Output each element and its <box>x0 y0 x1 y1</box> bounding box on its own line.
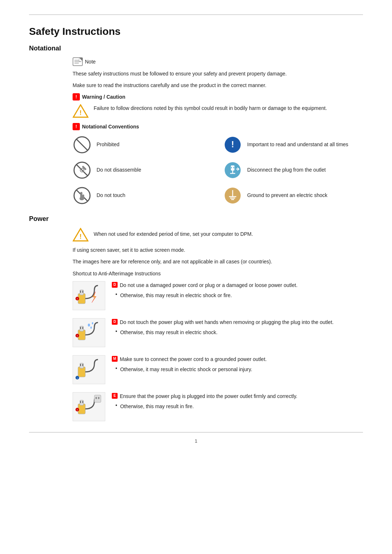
svg-text:!: ! <box>231 139 234 149</box>
page-number: 1 <box>29 438 363 444</box>
svg-text:!: ! <box>79 233 82 240</box>
power-item2-bullet: • Otherwise, this may result in electric… <box>115 328 363 336</box>
disconnect-icon <box>223 161 242 180</box>
notational-content: Note These safety instructions must be f… <box>73 57 363 205</box>
power-item-2: ! D Do not touch the power plug with wet… <box>73 318 363 347</box>
svg-line-13 <box>77 165 87 176</box>
ground-text: Ground to prevent an electric shock <box>247 192 327 199</box>
notational-para2: Make sure to read the instructions caref… <box>73 81 363 89</box>
svg-point-43 <box>92 322 93 324</box>
not-touch-text: Do not touch <box>97 192 125 199</box>
power-content: ! When not used for extended period of t… <box>73 228 363 421</box>
not-disassemble-text: Do not disassemble <box>97 166 141 174</box>
disconnect-text: Disconnect the plug from the outlet <box>247 166 326 174</box>
power-image-3: ↓ <box>73 355 105 384</box>
warning-text: Failure to follow directions noted by th… <box>94 104 327 112</box>
power-item4-bullet: • Otherwise, this may result in fire. <box>115 402 363 410</box>
top-border <box>29 15 363 15</box>
warning-caution-label: ! Warning / Caution <box>73 93 363 100</box>
svg-point-58 <box>95 397 97 399</box>
conventions-exclaim-icon: ! <box>73 123 80 130</box>
svg-text:!: ! <box>77 409 78 411</box>
power-para1: If using screen saver, set it to active … <box>73 246 363 254</box>
power-item-1-content: D Do not use a damaged power cord or plu… <box>112 281 363 300</box>
convention-ground: Ground to prevent an electric shock <box>223 186 363 205</box>
power-para2: The images here are for reference only, … <box>73 258 363 266</box>
power-item3-main: Make sure to connect the power cord to a… <box>120 355 267 363</box>
important-icon: ! <box>223 135 242 154</box>
note-svg-icon <box>73 57 83 66</box>
convention-not-disassemble: Do not disassemble <box>73 161 212 180</box>
power-item4-main: Ensure that the power plug is plugged in… <box>120 392 297 400</box>
bottom-border <box>29 432 363 432</box>
ground-icon <box>223 186 242 205</box>
svg-text:!: ! <box>77 335 78 337</box>
svg-rect-57 <box>94 395 101 402</box>
svg-line-9 <box>77 139 87 150</box>
power-item3-bullet: • Otherwise, it may result in electric s… <box>115 365 363 373</box>
power-item-3: ↓ M Make sure to connect the power cord … <box>73 355 363 384</box>
power-item-2-content: D Do not touch the power plug with wet h… <box>112 318 363 337</box>
power-title: Power <box>29 215 363 223</box>
power-warning-block: ! When not used for extended period of t… <box>73 228 363 242</box>
convention-disconnect: Disconnect the plug from the outlet <box>223 161 363 180</box>
power-item2-bullet-text: Otherwise, this may result in electric s… <box>120 328 217 336</box>
power-triangle-icon: ! <box>73 228 89 242</box>
power-item3-icon: M <box>112 356 118 362</box>
power-item4-bullet-text: Otherwise, this may result in fire. <box>120 402 194 410</box>
power-item4-icon: E <box>112 393 118 399</box>
note-icon-block: Note <box>73 57 96 66</box>
main-title: Safety Instructions <box>29 26 363 37</box>
note-label: Note <box>85 59 96 65</box>
power-warning1: When not used for extended period of tim… <box>94 228 253 238</box>
power-image-1: ! <box>73 281 105 310</box>
power-item1-main: Do not use a damaged power cord or plug … <box>120 281 298 289</box>
convention-not-touch: Do not touch <box>73 186 212 205</box>
triangle-warning-icon: ! <box>73 104 89 118</box>
not-disassemble-icon <box>73 161 91 180</box>
svg-text:↓: ↓ <box>77 376 78 379</box>
not-touch-icon <box>73 186 91 205</box>
prohibited-text: Prohibited <box>97 141 119 148</box>
warning-block: ! Failure to follow directions noted by … <box>73 104 363 118</box>
power-item2-icon: D <box>112 319 118 325</box>
convention-prohibited: Prohibited <box>73 135 212 154</box>
power-item-4-content: E Ensure that the power plug is plugged … <box>112 392 363 411</box>
power-item-4: ! E Ensure that the power plug is plugge… <box>73 392 363 421</box>
notational-para1: These safety instructions must be follow… <box>73 70 363 78</box>
power-image-2: ! <box>73 318 105 347</box>
power-item-3-content: M Make sure to connect the power cord to… <box>112 355 363 374</box>
convention-important: ! Important to read and understand at al… <box>223 135 363 154</box>
svg-point-59 <box>98 397 99 399</box>
power-item1-icon: D <box>112 282 118 288</box>
power-item1-bullet-text: Otherwise, this may result in electric s… <box>120 291 232 299</box>
svg-text:!: ! <box>79 109 82 116</box>
page: Safety Instructions Notational Note Thes… <box>0 0 392 554</box>
power-image-4: ! <box>73 392 105 421</box>
prohibited-icon <box>73 135 91 154</box>
svg-text:!: ! <box>77 297 78 300</box>
power-item3-bullet-text: Otherwise, it may result in electric sho… <box>120 365 252 373</box>
conventions-grid: Prohibited ! Important to read and under… <box>73 135 363 205</box>
svg-point-42 <box>88 324 90 327</box>
power-para3: Shortcut to Anti-Afterimage Instructions <box>73 270 363 278</box>
power-item1-bullet: • Otherwise, this may result in electric… <box>115 291 363 299</box>
svg-rect-14 <box>82 165 86 170</box>
svg-point-44 <box>90 327 92 329</box>
notational-title: Notational <box>29 45 363 52</box>
important-text: Important to read and understand at all … <box>247 141 348 148</box>
power-item-1: ! D Do not use a damaged power cord or p… <box>73 281 363 310</box>
notational-conventions-label: ! Notational Conventions <box>73 123 363 130</box>
power-item2-main: Do not touch the power plug with wet han… <box>120 318 334 326</box>
warning-exclaim-icon: ! <box>73 93 80 100</box>
